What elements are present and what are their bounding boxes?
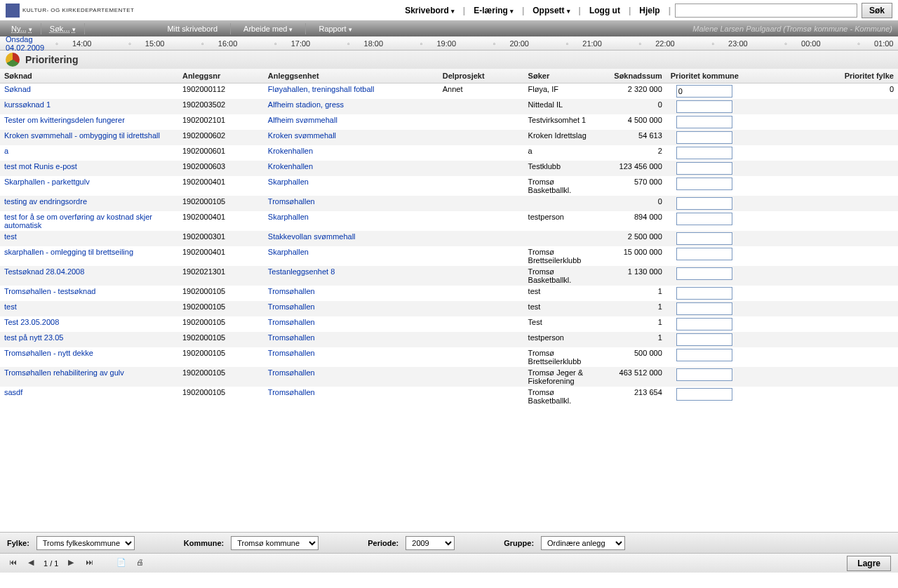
anleggsenhet-link[interactable]: Tromsøhallen xyxy=(268,388,315,396)
link-elaering[interactable]: E-læring xyxy=(469,6,518,15)
table-row[interactable]: test mot Runis e-post1902000603Krokenhal… xyxy=(0,161,898,176)
prioritet-kommune-input[interactable] xyxy=(676,85,732,98)
export-icon[interactable]: 📄 xyxy=(116,558,127,569)
soknad-link[interactable]: Kroken svømmehall - ombygging til idrett… xyxy=(4,131,160,140)
search-button[interactable]: Søk xyxy=(862,3,892,18)
anleggsenhet-link[interactable]: Alfheim svømmehall xyxy=(268,116,337,124)
table-row[interactable]: Kroken svømmehall - ombygging til idrett… xyxy=(0,130,898,145)
soknad-link[interactable]: kurssøknad 1 xyxy=(4,100,51,109)
anleggsenhet-link[interactable]: Skarphallen xyxy=(268,213,309,221)
table-row[interactable]: test på nytt 23.051902000105Tromsøhallen… xyxy=(0,332,898,347)
prioritet-kommune-input[interactable] xyxy=(676,318,732,330)
soknad-link[interactable]: test på nytt 23.05 xyxy=(4,333,63,342)
col-anleggsenhet[interactable]: Anleggsenhet xyxy=(264,69,438,83)
table-row[interactable]: skarphallen - omlegging til brettseiling… xyxy=(0,246,898,266)
anleggsenhet-link[interactable]: Krokenhallen xyxy=(268,162,313,171)
anleggsenhet-link[interactable]: Tromsøhallen xyxy=(268,318,315,326)
link-loggut[interactable]: Logg ut xyxy=(585,6,624,15)
anleggsenhet-link[interactable]: Skarphallen xyxy=(268,248,309,256)
soknad-link[interactable]: a xyxy=(4,147,8,155)
soknad-link[interactable]: test xyxy=(4,232,17,241)
soknad-link[interactable]: Tester om kvitteringsdelen fungerer xyxy=(4,116,125,124)
link-hjelp[interactable]: Hjelp xyxy=(635,6,664,15)
soknad-link[interactable]: Søknad xyxy=(4,85,31,93)
prioritet-kommune-input[interactable] xyxy=(676,333,732,346)
anleggsenhet-link[interactable]: Kroken svømmehall xyxy=(268,131,336,140)
menu-mitt[interactable]: Mitt skrivebord xyxy=(158,25,228,33)
date-link[interactable]: Onsdag 04.02.2009 xyxy=(6,35,44,52)
prioritet-kommune-input[interactable] xyxy=(676,248,732,260)
link-skrivebord[interactable]: Skrivebord xyxy=(401,6,459,15)
table-row[interactable]: test1902000105Tromsøhallentest1 xyxy=(0,301,898,316)
anleggsenhet-link[interactable]: Tromsøhallen xyxy=(268,333,315,342)
table-row[interactable]: sasdf1902000105TromsøhallenTromsø Basket… xyxy=(0,387,898,406)
soknad-link[interactable]: Skarphallen - parkettgulv xyxy=(4,178,90,186)
table-row[interactable]: Tromsøhallen - testsøknad1902000105Troms… xyxy=(0,286,898,301)
anleggsenhet-link[interactable]: Fløyahallen, treningshall fotball xyxy=(268,85,375,93)
nav-last-icon[interactable]: ⏭ xyxy=(83,558,95,569)
anleggsenhet-link[interactable]: Testanleggsenhet 8 xyxy=(268,267,335,276)
soknad-link[interactable]: test xyxy=(4,302,17,311)
prioritet-kommune-input[interactable] xyxy=(676,267,732,280)
print-icon[interactable]: 🖨 xyxy=(134,558,145,569)
col-soker[interactable]: Søker xyxy=(524,69,596,83)
prioritet-kommune-input[interactable] xyxy=(676,197,732,210)
table-row[interactable]: Søknad1902000112Fløyahallen, treningshal… xyxy=(0,83,898,100)
prioritet-kommune-input[interactable] xyxy=(676,178,732,190)
anleggsenhet-link[interactable]: Skarphallen xyxy=(268,178,309,186)
fylke-select[interactable]: Troms fylkeskommune xyxy=(36,536,135,550)
save-button[interactable]: Lagre xyxy=(847,556,891,571)
col-soknadssum[interactable]: Søknadssum xyxy=(595,69,666,83)
anleggsenhet-link[interactable]: Alfheim stadion, gress xyxy=(268,100,344,109)
table-row[interactable]: Testsøknad 28.04.20081902021301Testanleg… xyxy=(0,266,898,286)
prioritet-kommune-input[interactable] xyxy=(676,147,732,159)
prioritet-kommune-input[interactable] xyxy=(676,349,732,361)
prioritet-kommune-input[interactable] xyxy=(676,232,732,245)
anleggsenhet-link[interactable]: Tromsøhallen xyxy=(268,287,315,295)
nav-prev-icon[interactable]: ◀ xyxy=(25,558,36,569)
soknad-link[interactable]: test mot Runis e-post xyxy=(4,162,77,171)
kommune-select[interactable]: Tromsø kommune xyxy=(231,536,319,550)
anleggsenhet-link[interactable]: Tromsøhallen xyxy=(268,302,315,311)
nav-next-icon[interactable]: ▶ xyxy=(65,558,76,569)
anleggsenhet-link[interactable]: Tromsøhallen xyxy=(268,349,315,357)
table-row[interactable]: test1902000301Stakkevollan svømmehall2 5… xyxy=(0,231,898,246)
menu-arbeide[interactable]: Arbeide med xyxy=(234,25,302,33)
table-row[interactable]: Tromsøhallen - nytt dekke1902000105Troms… xyxy=(0,347,898,367)
menu-rapport[interactable]: Rapport xyxy=(309,25,361,33)
soknad-link[interactable]: Tromsøhallen - nytt dekke xyxy=(4,349,93,357)
soknad-link[interactable]: Testsøknad 28.04.2008 xyxy=(4,267,84,276)
anleggsenhet-link[interactable]: Krokenhallen xyxy=(268,147,313,155)
prioritet-kommune-input[interactable] xyxy=(676,116,732,128)
prioritet-kommune-input[interactable] xyxy=(676,368,732,381)
search-input[interactable] xyxy=(675,4,857,18)
anleggsenhet-link[interactable]: Tromsøhallen xyxy=(268,197,315,206)
table-row[interactable]: test for å se om overføring av kostnad s… xyxy=(0,211,898,231)
prioritet-kommune-input[interactable] xyxy=(676,213,732,225)
prioritet-kommune-input[interactable] xyxy=(676,302,732,315)
prioritet-kommune-input[interactable] xyxy=(676,162,732,175)
table-row[interactable]: testing av endringsordre1902000105Tromsø… xyxy=(0,196,898,211)
table-row[interactable]: kurssøknad 11902003502Alfheim stadion, g… xyxy=(0,99,898,114)
table-row[interactable]: Skarphallen - parkettgulv1902000401Skarp… xyxy=(0,176,898,196)
table-row[interactable]: Test 23.05.20081902000105TromsøhallenTes… xyxy=(0,316,898,332)
col-pk[interactable]: Prioritet kommune xyxy=(666,69,791,83)
menu-sok[interactable]: Søk... xyxy=(44,25,81,33)
table-row[interactable]: Tromsøhallen rehabilitering av gulv19020… xyxy=(0,367,898,387)
link-oppsett[interactable]: Oppsett xyxy=(528,6,574,15)
prioritet-kommune-input[interactable] xyxy=(676,100,732,113)
anleggsenhet-link[interactable]: Stakkevollan svømmehall xyxy=(268,232,356,241)
soknad-link[interactable]: skarphallen - omlegging til brettseiling xyxy=(4,248,133,256)
table-row[interactable]: a1902000601Krokenhallena2 xyxy=(0,145,898,161)
table-row[interactable]: Tester om kvitteringsdelen fungerer19020… xyxy=(0,114,898,130)
prioritet-kommune-input[interactable] xyxy=(676,131,732,144)
menu-ny[interactable]: Ny... xyxy=(6,25,38,33)
soknad-link[interactable]: Tromsøhallen rehabilitering av gulv xyxy=(4,368,124,377)
col-soknad[interactable]: Søknad xyxy=(0,69,178,83)
nav-first-icon[interactable]: ⏮ xyxy=(7,558,18,569)
gruppe-select[interactable]: Ordinære anlegg xyxy=(541,536,625,550)
prioritet-kommune-input[interactable] xyxy=(676,388,732,401)
soknad-link[interactable]: testing av endringsordre xyxy=(4,197,87,206)
soknad-link[interactable]: Test 23.05.2008 xyxy=(4,318,59,326)
col-anleggsnr[interactable]: Anleggsnr xyxy=(178,69,264,83)
